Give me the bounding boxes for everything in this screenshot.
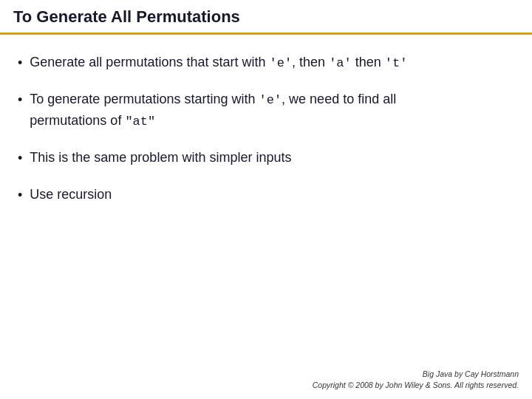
list-item: • Use recursion: [18, 185, 514, 205]
code-inline: 'a': [329, 56, 352, 70]
footer-line1: Big Java by Cay Horstmann: [13, 369, 519, 381]
code-inline: "at": [125, 115, 155, 129]
list-item: • Generate all permutations that start w…: [18, 52, 514, 73]
bullet-dot: •: [18, 185, 22, 205]
slide-footer: Big Java by Cay Horstmann Copyright © 20…: [0, 363, 532, 400]
bullet-text: Use recursion: [30, 185, 112, 205]
bullet-text: To generate permutations starting with '…: [30, 89, 396, 132]
bullet-text: This is the same problem with simpler in…: [30, 148, 291, 168]
slide-title: To Generate All Permutations: [13, 7, 240, 26]
bullet-text: Generate all permutations that start wit…: [30, 52, 407, 73]
code-inline: 't': [385, 56, 408, 70]
slide-content: • Generate all permutations that start w…: [0, 35, 532, 363]
bullet-dot: •: [18, 53, 22, 73]
slide-header: To Generate All Permutations: [0, 0, 532, 35]
code-inline: 'e': [259, 93, 282, 107]
bullet-dot: •: [18, 149, 22, 168]
list-item: • This is the same problem with simpler …: [18, 148, 514, 168]
bullet-dot: •: [18, 90, 22, 110]
footer-line2: Copyright © 2008 by John Wiley & Sons. A…: [13, 380, 519, 392]
list-item: • To generate permutations starting with…: [18, 89, 514, 132]
slide-container: To Generate All Permutations • Generate …: [0, 0, 532, 399]
code-inline: 'e': [269, 56, 292, 70]
